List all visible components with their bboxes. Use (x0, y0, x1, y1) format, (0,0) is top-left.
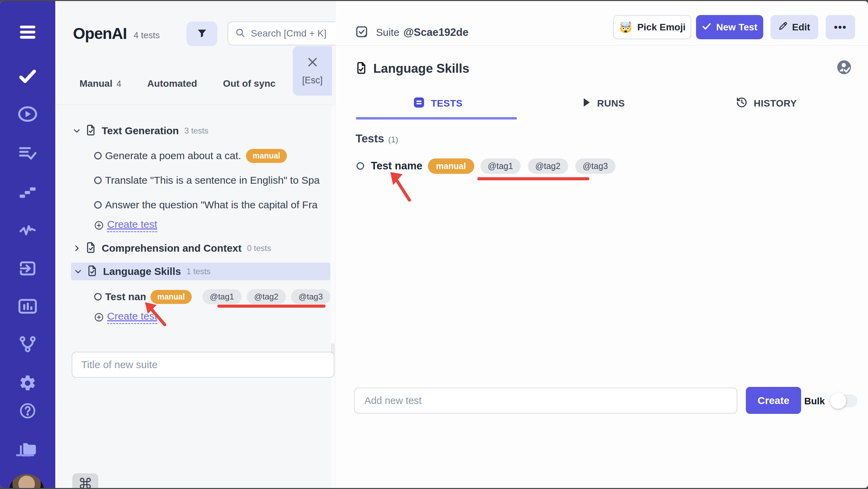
bulk-toggle[interactable] (831, 394, 857, 407)
suite-header: Suite @Scae192de (356, 22, 468, 43)
document-check-icon (85, 124, 96, 138)
create-test-link-text-generation[interactable]: Create test (55, 217, 330, 234)
page-title: Language Skills (373, 61, 469, 76)
annotation-arrow (142, 299, 175, 329)
list-square-icon (413, 97, 425, 111)
document-check-icon (356, 61, 367, 76)
drawer-tabs: Manual4 Automated Out of sync (79, 78, 276, 89)
circle-icon (94, 177, 102, 184)
chevron-down-icon (72, 127, 81, 135)
suite-detail-panel: Suite @Scae192de 🤯 Pick Emoji New Test E… (335, 1, 868, 488)
manual-badge: manual (246, 149, 287, 163)
create-button[interactable]: Create (746, 387, 801, 414)
annotation-underline (217, 305, 326, 308)
suite-row-comprehension[interactable]: Comprehension and Context 0 tests (55, 240, 330, 256)
page-title-row: Language Skills (356, 60, 469, 78)
user-avatar[interactable] (9, 474, 44, 488)
pencil-icon (779, 22, 787, 33)
git-branch-icon[interactable] (17, 334, 38, 355)
tag-pill: @tag2 (528, 158, 568, 174)
suites-drawer: OpenAI 4 tests Manual4 Automated Out of … (55, 1, 335, 488)
annotation-arrow (388, 170, 422, 204)
help-circle-icon[interactable] (17, 400, 38, 421)
bar-chart-icon[interactable] (17, 296, 38, 317)
scrollbar-gutter (331, 107, 335, 488)
exploding-head-emoji-icon: 🤯 (619, 21, 633, 34)
test-name: Test name (105, 291, 146, 303)
tab-history[interactable]: HISTORY (736, 95, 797, 112)
play-circle-icon[interactable] (17, 103, 38, 125)
check-icon (702, 22, 711, 33)
tab-manual[interactable]: Manual4 (79, 78, 121, 89)
create-test-link[interactable]: Create test (107, 219, 157, 232)
chevron-down-icon (74, 267, 83, 276)
suite-check-icon (356, 25, 368, 40)
test-row-poem[interactable]: Generate a poem about a cat. manual (55, 148, 330, 164)
esc-close-popup[interactable]: [Esc] (293, 46, 332, 96)
suite-name: Language Skills (103, 266, 181, 277)
app-window: OpenAI 4 tests Manual4 Automated Out of … (0, 1, 868, 488)
suite-test-count: 0 tests (247, 243, 271, 253)
workspace-test-count: 4 tests (134, 30, 160, 41)
activity-icon[interactable] (17, 219, 38, 240)
active-tab-underline (356, 117, 517, 120)
header-divider (335, 45, 868, 45)
tag-pill: @tag1 (202, 289, 242, 304)
drawer-header: OpenAI 4 tests (73, 21, 160, 46)
toggle-knob[interactable] (830, 393, 846, 409)
sidebar-active-indicator (16, 454, 34, 456)
pick-emoji-button[interactable]: 🤯 Pick Emoji (613, 15, 691, 39)
check-icon[interactable] (17, 66, 38, 87)
command-icon: ⌘ (78, 475, 92, 488)
filter-button[interactable] (187, 22, 217, 46)
tab-automated[interactable]: Automated (147, 78, 197, 89)
test-row-translate[interactable]: Translate "This is a sentence in English… (55, 172, 330, 188)
create-test-link-language-skills[interactable]: Create test (55, 309, 330, 325)
suite-row-text-generation[interactable]: Text Generation 3 tests (55, 123, 330, 139)
new-suite-input[interactable] (72, 352, 334, 378)
person-check-badge[interactable] (837, 60, 852, 75)
menu-icon[interactable] (17, 22, 38, 43)
history-clock-icon (736, 97, 748, 111)
tab-tests[interactable]: TESTS (413, 95, 463, 112)
test-name: Generate a poem about a cat. (105, 150, 241, 162)
tests-count: (1) (388, 135, 398, 144)
bulk-label: Bulk (804, 396, 825, 407)
list-check-icon[interactable] (17, 142, 38, 164)
tab-out-of-sync[interactable]: Out of sync (223, 78, 276, 89)
filter-icon (196, 28, 208, 40)
close-icon[interactable] (306, 56, 319, 70)
sidebar (0, 1, 55, 488)
tag-pill: @tag3 (291, 289, 330, 304)
circle-icon (94, 201, 102, 209)
tests-heading: Tests (1) (356, 132, 398, 145)
test-row-test-name[interactable]: Test name manual @tag1 @tag2 @tag3 (55, 289, 330, 305)
suite-name: Comprehension and Context (102, 242, 242, 254)
suite-test-count: 3 tests (184, 126, 208, 136)
manual-badge: manual (428, 158, 474, 174)
test-row-capital[interactable]: Answer the question "What is the capital… (55, 197, 330, 213)
suite-id: @Scae192de (403, 26, 468, 39)
document-check-icon (87, 265, 98, 278)
gear-icon[interactable] (17, 373, 38, 394)
suite-row-language-skills[interactable]: Language Skills 1 tests (71, 263, 330, 280)
suite-test-count: 1 tests (186, 267, 211, 276)
circle-plus-icon (94, 221, 104, 230)
sign-in-icon[interactable] (17, 258, 38, 279)
suite-label: Suite (376, 27, 399, 38)
circle-icon (94, 152, 102, 159)
circle-icon (357, 162, 364, 170)
tab-runs[interactable]: RUNS (582, 95, 625, 112)
document-check-icon (85, 241, 96, 255)
tag-pill: @tag1 (480, 158, 521, 174)
tag-pill: @tag3 (575, 158, 616, 174)
chevron-right-icon (72, 244, 81, 252)
add-test-input[interactable] (354, 388, 737, 414)
edit-button[interactable]: Edit (770, 15, 818, 39)
more-options-button[interactable]: ••• (826, 15, 855, 39)
stairs-icon[interactable] (17, 181, 38, 202)
tag-pill: @tag2 (247, 289, 286, 304)
new-test-button[interactable]: New Test (696, 15, 763, 39)
play-icon (582, 97, 591, 110)
cmd-key-badge: ⌘ (72, 473, 98, 488)
